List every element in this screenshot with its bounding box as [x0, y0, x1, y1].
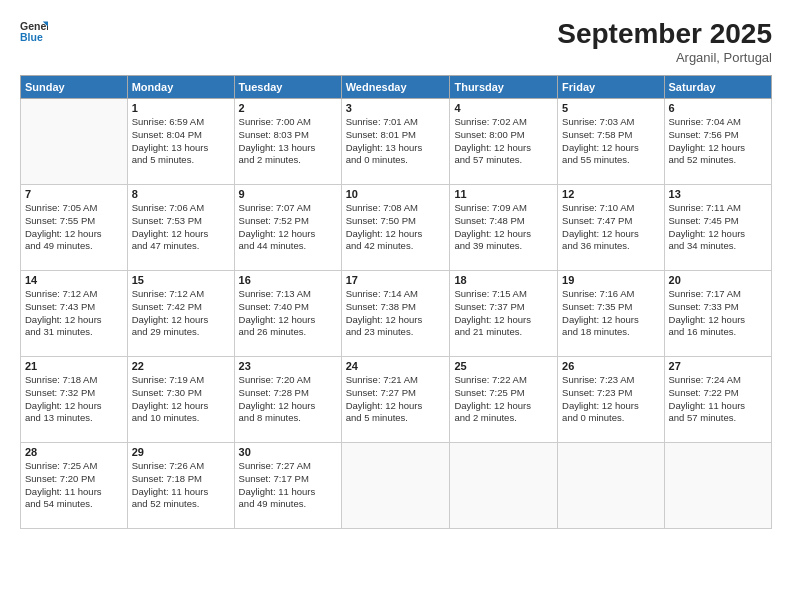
calendar-week-1: 7Sunrise: 7:05 AM Sunset: 7:55 PM Daylig…	[21, 185, 772, 271]
day-number: 19	[562, 274, 659, 286]
day-info: Sunrise: 7:24 AM Sunset: 7:22 PM Dayligh…	[669, 374, 767, 425]
day-number: 22	[132, 360, 230, 372]
header-cell-sunday: Sunday	[21, 76, 128, 99]
day-info: Sunrise: 7:08 AM Sunset: 7:50 PM Dayligh…	[346, 202, 446, 253]
day-info: Sunrise: 7:10 AM Sunset: 7:47 PM Dayligh…	[562, 202, 659, 253]
day-info: Sunrise: 7:22 AM Sunset: 7:25 PM Dayligh…	[454, 374, 553, 425]
day-info: Sunrise: 7:26 AM Sunset: 7:18 PM Dayligh…	[132, 460, 230, 511]
calendar-cell: 18Sunrise: 7:15 AM Sunset: 7:37 PM Dayli…	[450, 271, 558, 357]
day-info: Sunrise: 7:07 AM Sunset: 7:52 PM Dayligh…	[239, 202, 337, 253]
day-number: 27	[669, 360, 767, 372]
day-number: 24	[346, 360, 446, 372]
day-info: Sunrise: 7:15 AM Sunset: 7:37 PM Dayligh…	[454, 288, 553, 339]
svg-text:Blue: Blue	[20, 31, 43, 43]
day-number: 2	[239, 102, 337, 114]
calendar-cell: 23Sunrise: 7:20 AM Sunset: 7:28 PM Dayli…	[234, 357, 341, 443]
header: General Blue General Blue September 2025…	[20, 18, 772, 65]
calendar-cell: 24Sunrise: 7:21 AM Sunset: 7:27 PM Dayli…	[341, 357, 450, 443]
day-info: Sunrise: 7:14 AM Sunset: 7:38 PM Dayligh…	[346, 288, 446, 339]
calendar-week-3: 21Sunrise: 7:18 AM Sunset: 7:32 PM Dayli…	[21, 357, 772, 443]
calendar-cell: 15Sunrise: 7:12 AM Sunset: 7:42 PM Dayli…	[127, 271, 234, 357]
calendar-cell	[664, 443, 771, 529]
calendar-cell: 26Sunrise: 7:23 AM Sunset: 7:23 PM Dayli…	[558, 357, 664, 443]
day-number: 16	[239, 274, 337, 286]
day-info: Sunrise: 7:12 AM Sunset: 7:42 PM Dayligh…	[132, 288, 230, 339]
header-cell-monday: Monday	[127, 76, 234, 99]
day-number: 23	[239, 360, 337, 372]
day-info: Sunrise: 7:16 AM Sunset: 7:35 PM Dayligh…	[562, 288, 659, 339]
calendar-cell: 3Sunrise: 7:01 AM Sunset: 8:01 PM Daylig…	[341, 99, 450, 185]
calendar-cell	[21, 99, 128, 185]
calendar-cell	[450, 443, 558, 529]
calendar-header-row: SundayMondayTuesdayWednesdayThursdayFrid…	[21, 76, 772, 99]
calendar-cell: 1Sunrise: 6:59 AM Sunset: 8:04 PM Daylig…	[127, 99, 234, 185]
calendar-cell: 28Sunrise: 7:25 AM Sunset: 7:20 PM Dayli…	[21, 443, 128, 529]
day-info: Sunrise: 6:59 AM Sunset: 8:04 PM Dayligh…	[132, 116, 230, 167]
day-number: 6	[669, 102, 767, 114]
location: Arganil, Portugal	[557, 50, 772, 65]
day-info: Sunrise: 7:25 AM Sunset: 7:20 PM Dayligh…	[25, 460, 123, 511]
calendar-cell: 30Sunrise: 7:27 AM Sunset: 7:17 PM Dayli…	[234, 443, 341, 529]
calendar-cell: 21Sunrise: 7:18 AM Sunset: 7:32 PM Dayli…	[21, 357, 128, 443]
day-number: 28	[25, 446, 123, 458]
logo-icon: General Blue	[20, 18, 48, 46]
day-number: 8	[132, 188, 230, 200]
day-number: 15	[132, 274, 230, 286]
header-cell-thursday: Thursday	[450, 76, 558, 99]
calendar-cell: 8Sunrise: 7:06 AM Sunset: 7:53 PM Daylig…	[127, 185, 234, 271]
logo: General Blue General Blue	[20, 18, 48, 46]
day-number: 20	[669, 274, 767, 286]
calendar-cell: 20Sunrise: 7:17 AM Sunset: 7:33 PM Dayli…	[664, 271, 771, 357]
day-info: Sunrise: 7:20 AM Sunset: 7:28 PM Dayligh…	[239, 374, 337, 425]
calendar-table: SundayMondayTuesdayWednesdayThursdayFrid…	[20, 75, 772, 529]
day-number: 3	[346, 102, 446, 114]
day-info: Sunrise: 7:13 AM Sunset: 7:40 PM Dayligh…	[239, 288, 337, 339]
day-number: 1	[132, 102, 230, 114]
calendar-cell: 25Sunrise: 7:22 AM Sunset: 7:25 PM Dayli…	[450, 357, 558, 443]
day-info: Sunrise: 7:19 AM Sunset: 7:30 PM Dayligh…	[132, 374, 230, 425]
header-cell-friday: Friday	[558, 76, 664, 99]
calendar-cell	[341, 443, 450, 529]
calendar-cell: 7Sunrise: 7:05 AM Sunset: 7:55 PM Daylig…	[21, 185, 128, 271]
day-info: Sunrise: 7:06 AM Sunset: 7:53 PM Dayligh…	[132, 202, 230, 253]
calendar-cell: 5Sunrise: 7:03 AM Sunset: 7:58 PM Daylig…	[558, 99, 664, 185]
day-number: 5	[562, 102, 659, 114]
day-number: 12	[562, 188, 659, 200]
day-info: Sunrise: 7:11 AM Sunset: 7:45 PM Dayligh…	[669, 202, 767, 253]
calendar-week-0: 1Sunrise: 6:59 AM Sunset: 8:04 PM Daylig…	[21, 99, 772, 185]
title-block: September 2025 Arganil, Portugal	[557, 18, 772, 65]
calendar-week-2: 14Sunrise: 7:12 AM Sunset: 7:43 PM Dayli…	[21, 271, 772, 357]
header-cell-wednesday: Wednesday	[341, 76, 450, 99]
day-info: Sunrise: 7:01 AM Sunset: 8:01 PM Dayligh…	[346, 116, 446, 167]
day-info: Sunrise: 7:21 AM Sunset: 7:27 PM Dayligh…	[346, 374, 446, 425]
calendar-cell: 17Sunrise: 7:14 AM Sunset: 7:38 PM Dayli…	[341, 271, 450, 357]
day-info: Sunrise: 7:17 AM Sunset: 7:33 PM Dayligh…	[669, 288, 767, 339]
calendar-cell: 22Sunrise: 7:19 AM Sunset: 7:30 PM Dayli…	[127, 357, 234, 443]
day-info: Sunrise: 7:09 AM Sunset: 7:48 PM Dayligh…	[454, 202, 553, 253]
day-info: Sunrise: 7:02 AM Sunset: 8:00 PM Dayligh…	[454, 116, 553, 167]
day-number: 11	[454, 188, 553, 200]
calendar-cell: 10Sunrise: 7:08 AM Sunset: 7:50 PM Dayli…	[341, 185, 450, 271]
month-title: September 2025	[557, 18, 772, 50]
day-number: 14	[25, 274, 123, 286]
calendar-cell: 19Sunrise: 7:16 AM Sunset: 7:35 PM Dayli…	[558, 271, 664, 357]
day-info: Sunrise: 7:27 AM Sunset: 7:17 PM Dayligh…	[239, 460, 337, 511]
day-number: 29	[132, 446, 230, 458]
calendar-cell: 29Sunrise: 7:26 AM Sunset: 7:18 PM Dayli…	[127, 443, 234, 529]
day-info: Sunrise: 7:12 AM Sunset: 7:43 PM Dayligh…	[25, 288, 123, 339]
calendar-cell: 9Sunrise: 7:07 AM Sunset: 7:52 PM Daylig…	[234, 185, 341, 271]
day-number: 25	[454, 360, 553, 372]
page: General Blue General Blue September 2025…	[0, 0, 792, 612]
day-info: Sunrise: 7:05 AM Sunset: 7:55 PM Dayligh…	[25, 202, 123, 253]
header-cell-saturday: Saturday	[664, 76, 771, 99]
calendar-cell: 2Sunrise: 7:00 AM Sunset: 8:03 PM Daylig…	[234, 99, 341, 185]
calendar-cell: 6Sunrise: 7:04 AM Sunset: 7:56 PM Daylig…	[664, 99, 771, 185]
calendar-cell: 27Sunrise: 7:24 AM Sunset: 7:22 PM Dayli…	[664, 357, 771, 443]
day-info: Sunrise: 7:03 AM Sunset: 7:58 PM Dayligh…	[562, 116, 659, 167]
header-cell-tuesday: Tuesday	[234, 76, 341, 99]
day-number: 13	[669, 188, 767, 200]
calendar-cell: 11Sunrise: 7:09 AM Sunset: 7:48 PM Dayli…	[450, 185, 558, 271]
calendar-cell: 16Sunrise: 7:13 AM Sunset: 7:40 PM Dayli…	[234, 271, 341, 357]
day-info: Sunrise: 7:04 AM Sunset: 7:56 PM Dayligh…	[669, 116, 767, 167]
calendar-cell: 12Sunrise: 7:10 AM Sunset: 7:47 PM Dayli…	[558, 185, 664, 271]
